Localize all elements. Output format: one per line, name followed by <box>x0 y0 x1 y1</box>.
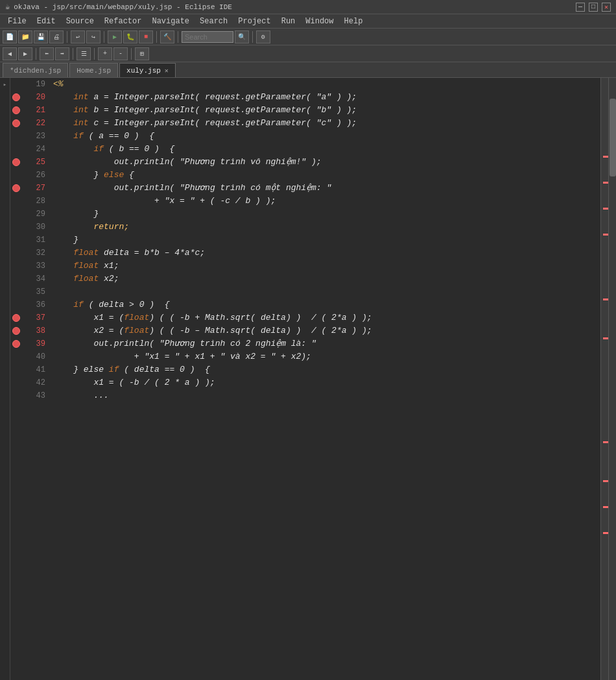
menu-item-edit[interactable]: Edit <box>32 16 61 27</box>
debug-button[interactable]: 🐛 <box>123 30 137 43</box>
scroll-thumb[interactable] <box>610 99 616 176</box>
menu-item-help[interactable]: Help <box>339 16 368 27</box>
new-file-button[interactable]: 📄 <box>3 30 17 43</box>
code-line-38[interactable]: x2 = (float) ( ( -b – Math.sqrt( delta) … <box>51 324 600 337</box>
zoom-in-button[interactable]: + <box>98 47 112 60</box>
code-line-39[interactable]: out.println( "Phương trình có 2 nghiệm l… <box>51 337 600 350</box>
build-button[interactable]: 🔨 <box>160 30 174 43</box>
maximize-button[interactable]: □ <box>589 3 598 12</box>
search-button[interactable]: 🔍 <box>235 30 249 43</box>
undo-button[interactable]: ↩ <box>71 30 85 43</box>
code-line-28[interactable]: + "x = " + ( -c / b ) ); <box>51 195 600 208</box>
error-markers <box>10 78 22 680</box>
code-line-42[interactable]: x1 = ( -b / ( 2 * a ) ); <box>51 376 600 389</box>
redo-button[interactable]: ↪ <box>86 30 101 43</box>
search-input[interactable] <box>182 31 233 43</box>
open-button[interactable]: 📁 <box>18 30 32 43</box>
gutter-icon-20 <box>0 324 10 337</box>
menu-item-project[interactable]: Project <box>233 16 276 27</box>
tab-close-icon[interactable]: ✕ <box>165 67 169 75</box>
line-number-31: 31 <box>22 234 45 247</box>
error-marker-31 <box>10 234 22 247</box>
gutter-icon-14 <box>0 247 10 260</box>
error-dot-icon <box>12 184 20 192</box>
gutter-icon-11 <box>0 208 10 221</box>
line-number-32: 32 <box>22 247 45 260</box>
error-marker-25 <box>10 156 22 169</box>
menu-item-file[interactable]: File <box>3 16 32 27</box>
gutter-icon-3 <box>0 104 10 117</box>
stop-button[interactable]: ■ <box>139 30 153 43</box>
title-bar: ☕ okJava - jsp/src/main/webapp/xuly.jsp … <box>0 0 616 14</box>
gutter-icon-13 <box>0 234 10 247</box>
error-marker-39 <box>10 337 22 350</box>
settings-button[interactable]: ⚙ <box>256 30 270 43</box>
save-button[interactable]: 💾 <box>34 30 48 43</box>
tab-Home-jsp[interactable]: Home.jsp <box>69 63 118 77</box>
code-line-20[interactable]: int a = Integer.parseInt( request.getPar… <box>51 91 600 104</box>
print-button[interactable]: 🖨 <box>49 30 64 43</box>
back-button[interactable]: ◀ <box>3 47 17 60</box>
error-dot-icon <box>12 119 20 127</box>
prev-edit-button[interactable]: ➡ <box>55 47 69 60</box>
error-marker-43 <box>10 389 22 402</box>
code-line-36[interactable]: if ( delta > 0 ) { <box>51 298 600 311</box>
menu-item-source[interactable]: Source <box>61 16 99 27</box>
menu-item-navigate[interactable]: Navigate <box>147 16 195 27</box>
code-line-26[interactable]: } else { <box>51 169 600 182</box>
title-bar-controls[interactable]: — □ ✕ <box>576 3 611 12</box>
line-number-42: 42 <box>22 376 45 389</box>
code-line-27[interactable]: out.println( "Phương trình có một nghiệm… <box>51 182 600 195</box>
code-line-30[interactable]: return; <box>51 221 600 234</box>
line-number-24: 24 <box>22 143 45 156</box>
code-line-34[interactable]: float x2; <box>51 273 600 285</box>
close-button[interactable]: ✕ <box>602 3 611 12</box>
code-lines[interactable]: <% int a = Integer.parseInt( request.get… <box>51 78 600 680</box>
code-line-23[interactable]: if ( a == 0 ) { <box>51 130 600 143</box>
error-marker-33 <box>10 260 22 273</box>
tab--dichden-jsp[interactable]: *dichden.jsp <box>3 63 68 77</box>
menu-item-window[interactable]: Window <box>300 16 338 27</box>
code-line-29[interactable]: } <box>51 208 600 221</box>
error-marker-38 <box>10 324 22 337</box>
code-container[interactable]: 1920212223242526272829303132333435363738… <box>10 78 600 680</box>
code-line-35[interactable] <box>51 285 600 298</box>
menu-item-search[interactable]: Search <box>195 16 233 27</box>
right-marker-1 <box>603 182 608 184</box>
minimize-button[interactable]: — <box>576 3 585 12</box>
run-button[interactable]: ▶ <box>108 30 122 43</box>
code-line-21[interactable]: int b = Integer.parseInt( request.getPar… <box>51 104 600 117</box>
line-number-38: 38 <box>22 324 45 337</box>
code-line-31[interactable]: } <box>51 234 600 247</box>
zoom-out-button[interactable]: - <box>113 47 128 60</box>
code-line-25[interactable]: out.println( "Phương trình vô nghiệm!" )… <box>51 156 600 169</box>
separator-5 <box>252 31 253 43</box>
code-line-43[interactable]: ... <box>51 389 600 402</box>
tab-xuly-jsp[interactable]: xuly.jsp✕ <box>119 63 176 77</box>
error-dot-icon <box>12 93 20 101</box>
toolbar-1: 📄 📁 💾 🖨 ↩ ↪ ▶ 🐛 ■ 🔨 🔍 ⚙ <box>0 29 616 45</box>
maximize-editor-button[interactable]: ⊞ <box>135 47 149 60</box>
scrollbar[interactable] <box>608 78 616 680</box>
next-edit-button[interactable]: ⬅ <box>40 47 54 60</box>
menu-item-run[interactable]: Run <box>276 16 301 27</box>
code-line-37[interactable]: x1 = (float) ( ( -b + Math.sqrt( delta) … <box>51 311 600 324</box>
right-marker-4 <box>603 298 608 300</box>
menu-item-refactor[interactable]: Refactor <box>99 16 147 27</box>
code-line-33[interactable]: float x1; <box>51 260 600 273</box>
separator-2 <box>104 31 104 43</box>
error-marker-21 <box>10 104 22 117</box>
title-text: okJava - jsp/src/main/webapp/xuly.jsp - … <box>14 3 232 11</box>
gutter-icon-10 <box>0 195 10 208</box>
code-line-40[interactable]: + "x1 = " + x1 + " và x2 = " + x2); <box>51 350 600 363</box>
right-marker-2 <box>603 208 608 210</box>
line-number-35: 35 <box>22 285 45 298</box>
code-line-19[interactable]: <% <box>51 78 600 91</box>
forward-button[interactable]: ▶ <box>18 47 32 60</box>
line-number-34: 34 <box>22 273 45 285</box>
toggle-view-button[interactable]: ☰ <box>77 47 91 60</box>
code-line-32[interactable]: float delta = b*b – 4*a*c; <box>51 247 600 260</box>
code-line-24[interactable]: if ( b == 0 ) { <box>51 143 600 156</box>
code-line-22[interactable]: int c = Integer.parseInt( request.getPar… <box>51 117 600 130</box>
code-line-41[interactable]: } else if ( delta == 0 ) { <box>51 363 600 376</box>
